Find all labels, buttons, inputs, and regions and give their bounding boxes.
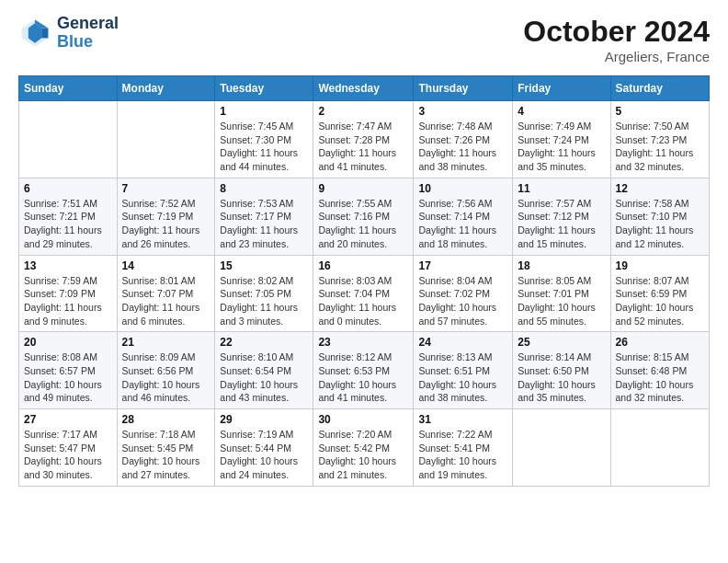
day-number: 12 [616, 182, 705, 195]
weekday-header-wednesday: Wednesday [313, 76, 414, 101]
day-number: 6 [24, 182, 112, 195]
day-info: Sunrise: 7:59 AM Sunset: 7:09 PM Dayligh… [24, 274, 112, 328]
calendar-cell: 6Sunrise: 7:51 AM Sunset: 7:21 PM Daylig… [19, 178, 118, 255]
calendar-cell: 30Sunrise: 7:20 AM Sunset: 5:42 PM Dayli… [313, 409, 414, 487]
calendar-cell [513, 409, 610, 487]
day-number: 9 [318, 182, 408, 195]
month-year: October 2024 [523, 15, 710, 49]
day-info: Sunrise: 8:14 AM Sunset: 6:50 PM Dayligh… [518, 350, 605, 405]
calendar-cell: 27Sunrise: 7:17 AM Sunset: 5:47 PM Dayli… [19, 409, 118, 487]
day-number: 30 [318, 413, 408, 426]
day-number: 8 [220, 182, 308, 195]
day-number: 27 [24, 413, 112, 426]
calendar-cell: 20Sunrise: 8:08 AM Sunset: 6:57 PM Dayli… [19, 332, 118, 409]
day-number: 26 [616, 336, 705, 349]
calendar-cell: 29Sunrise: 7:19 AM Sunset: 5:44 PM Dayli… [215, 409, 313, 487]
week-row-4: 20Sunrise: 8:08 AM Sunset: 6:57 PM Dayli… [19, 332, 710, 409]
calendar-cell: 23Sunrise: 8:12 AM Sunset: 6:53 PM Dayli… [313, 332, 414, 409]
day-info: Sunrise: 7:48 AM Sunset: 7:26 PM Dayligh… [418, 120, 507, 174]
calendar-cell: 7Sunrise: 7:52 AM Sunset: 7:19 PM Daylig… [117, 178, 215, 255]
week-row-5: 27Sunrise: 7:17 AM Sunset: 5:47 PM Dayli… [19, 409, 710, 487]
day-info: Sunrise: 8:13 AM Sunset: 6:51 PM Dayligh… [418, 350, 507, 405]
day-number: 10 [418, 182, 507, 195]
day-number: 21 [122, 336, 210, 349]
logo-line2: Blue [57, 33, 119, 52]
calendar-cell: 9Sunrise: 7:55 AM Sunset: 7:16 PM Daylig… [313, 178, 414, 255]
day-number: 7 [122, 182, 210, 195]
day-info: Sunrise: 7:50 AM Sunset: 7:23 PM Dayligh… [616, 120, 705, 174]
day-number: 25 [518, 336, 605, 349]
weekday-header-thursday: Thursday [414, 76, 513, 101]
week-row-2: 6Sunrise: 7:51 AM Sunset: 7:21 PM Daylig… [19, 178, 710, 255]
day-number: 16 [318, 259, 408, 272]
day-info: Sunrise: 8:12 AM Sunset: 6:53 PM Dayligh… [318, 350, 408, 405]
weekday-header-saturday: Saturday [610, 76, 710, 101]
day-info: Sunrise: 7:17 AM Sunset: 5:47 PM Dayligh… [24, 428, 112, 482]
location: Argeliers, France [523, 49, 710, 64]
day-number: 17 [418, 259, 507, 272]
calendar-cell [117, 101, 215, 178]
day-info: Sunrise: 8:07 AM Sunset: 6:59 PM Dayligh… [616, 274, 705, 328]
day-info: Sunrise: 7:55 AM Sunset: 7:16 PM Dayligh… [318, 197, 408, 251]
day-info: Sunrise: 8:08 AM Sunset: 6:57 PM Dayligh… [24, 350, 112, 405]
day-number: 31 [418, 413, 507, 426]
day-number: 3 [418, 105, 507, 118]
day-number: 1 [220, 105, 308, 118]
day-number: 20 [24, 336, 112, 349]
day-number: 29 [220, 413, 308, 426]
day-info: Sunrise: 7:51 AM Sunset: 7:21 PM Dayligh… [24, 197, 112, 251]
calendar-cell: 13Sunrise: 7:59 AM Sunset: 7:09 PM Dayli… [19, 255, 118, 332]
day-number: 19 [616, 259, 705, 272]
svg-marker-2 [41, 28, 48, 38]
calendar-cell [19, 101, 118, 178]
calendar-cell: 24Sunrise: 8:13 AM Sunset: 6:51 PM Dayli… [414, 332, 513, 409]
calendar-cell: 15Sunrise: 8:02 AM Sunset: 7:05 PM Dayli… [215, 255, 313, 332]
day-info: Sunrise: 8:09 AM Sunset: 6:56 PM Dayligh… [122, 350, 210, 405]
title-block: October 2024 Argeliers, France [523, 15, 710, 64]
weekday-header-tuesday: Tuesday [215, 76, 313, 101]
day-number: 28 [122, 413, 210, 426]
weekday-header-friday: Friday [513, 76, 610, 101]
day-info: Sunrise: 8:01 AM Sunset: 7:07 PM Dayligh… [122, 274, 210, 328]
day-number: 22 [220, 336, 308, 349]
day-info: Sunrise: 7:53 AM Sunset: 7:17 PM Dayligh… [220, 197, 308, 251]
day-number: 15 [220, 259, 308, 272]
calendar-cell: 16Sunrise: 8:03 AM Sunset: 7:04 PM Dayli… [313, 255, 414, 332]
day-info: Sunrise: 7:47 AM Sunset: 7:28 PM Dayligh… [318, 120, 408, 174]
day-info: Sunrise: 7:49 AM Sunset: 7:24 PM Dayligh… [518, 120, 605, 174]
calendar-cell: 1Sunrise: 7:45 AM Sunset: 7:30 PM Daylig… [215, 101, 313, 178]
calendar-cell [610, 409, 710, 487]
logo-icon [18, 17, 51, 50]
day-number: 5 [616, 105, 705, 118]
day-info: Sunrise: 7:57 AM Sunset: 7:12 PM Dayligh… [518, 197, 605, 251]
week-row-1: 1Sunrise: 7:45 AM Sunset: 7:30 PM Daylig… [19, 101, 710, 178]
day-number: 2 [318, 105, 408, 118]
calendar-cell: 10Sunrise: 7:56 AM Sunset: 7:14 PM Dayli… [414, 178, 513, 255]
day-info: Sunrise: 7:20 AM Sunset: 5:42 PM Dayligh… [318, 428, 408, 482]
calendar-cell: 4Sunrise: 7:49 AM Sunset: 7:24 PM Daylig… [513, 101, 610, 178]
calendar-cell: 5Sunrise: 7:50 AM Sunset: 7:23 PM Daylig… [610, 101, 710, 178]
day-info: Sunrise: 7:58 AM Sunset: 7:10 PM Dayligh… [616, 197, 705, 251]
calendar-cell: 18Sunrise: 8:05 AM Sunset: 7:01 PM Dayli… [513, 255, 610, 332]
logo: General Blue [18, 15, 119, 52]
calendar-cell: 25Sunrise: 8:14 AM Sunset: 6:50 PM Dayli… [513, 332, 610, 409]
day-info: Sunrise: 7:19 AM Sunset: 5:44 PM Dayligh… [220, 428, 308, 482]
day-number: 23 [318, 336, 408, 349]
day-number: 14 [122, 259, 210, 272]
day-info: Sunrise: 7:56 AM Sunset: 7:14 PM Dayligh… [418, 197, 507, 251]
calendar-cell: 14Sunrise: 8:01 AM Sunset: 7:07 PM Dayli… [117, 255, 215, 332]
calendar-cell: 31Sunrise: 7:22 AM Sunset: 5:41 PM Dayli… [414, 409, 513, 487]
calendar-cell: 28Sunrise: 7:18 AM Sunset: 5:45 PM Dayli… [117, 409, 215, 487]
day-info: Sunrise: 8:10 AM Sunset: 6:54 PM Dayligh… [220, 350, 308, 405]
calendar-cell: 11Sunrise: 7:57 AM Sunset: 7:12 PM Dayli… [513, 178, 610, 255]
calendar-cell: 22Sunrise: 8:10 AM Sunset: 6:54 PM Dayli… [215, 332, 313, 409]
calendar-cell: 3Sunrise: 7:48 AM Sunset: 7:26 PM Daylig… [414, 101, 513, 178]
day-info: Sunrise: 8:05 AM Sunset: 7:01 PM Dayligh… [518, 274, 605, 328]
calendar-cell: 19Sunrise: 8:07 AM Sunset: 6:59 PM Dayli… [610, 255, 710, 332]
day-number: 13 [24, 259, 112, 272]
day-info: Sunrise: 7:18 AM Sunset: 5:45 PM Dayligh… [122, 428, 210, 482]
day-info: Sunrise: 8:03 AM Sunset: 7:04 PM Dayligh… [318, 274, 408, 328]
calendar-cell: 12Sunrise: 7:58 AM Sunset: 7:10 PM Dayli… [610, 178, 710, 255]
calendar-table: SundayMondayTuesdayWednesdayThursdayFrid… [18, 75, 710, 487]
page-header: General Blue October 2024 Argeliers, Fra… [18, 15, 710, 64]
